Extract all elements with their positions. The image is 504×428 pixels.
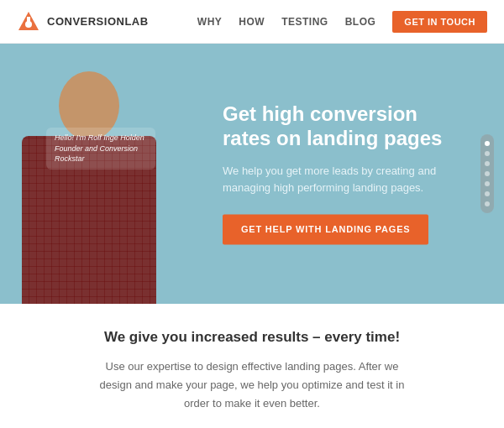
svg-point-1 (25, 21, 32, 28)
nav-item-testing[interactable]: TESTING (281, 16, 328, 28)
hero-subtitle: We help you get more leads by creating a… (223, 163, 458, 198)
hero-content: Get high conversion rates on landing pag… (223, 102, 458, 244)
header: CONVERSIONLAB WHY HOW TESTING BLOG GET I… (0, 0, 504, 44)
nav: WHY HOW TESTING BLOG GET IN TOUCH (197, 11, 487, 33)
logo-area: CONVERSIONLAB (17, 10, 149, 34)
logo-icon (17, 10, 40, 34)
scroll-dot-6[interactable] (485, 191, 490, 196)
greeting-bubble: Hello! I'm Rolf Inge Holden Founder and … (46, 128, 155, 170)
scroll-dot-7[interactable] (485, 201, 490, 206)
scroll-dot-3[interactable] (485, 161, 490, 166)
scroll-dot-2[interactable] (485, 151, 490, 156)
hero-person (0, 56, 185, 304)
scroll-dot-5[interactable] (485, 181, 490, 186)
bottom-title: We give you increased results – every ti… (50, 329, 454, 346)
hero-title: Get high conversion rates on landing pag… (223, 102, 458, 151)
hero-cta-button[interactable]: GET HELP WITH LANDING PAGES (223, 215, 428, 245)
bottom-text: Use our expertise to design effective la… (92, 358, 412, 413)
nav-item-why[interactable]: WHY (197, 16, 223, 28)
get-in-touch-button[interactable]: GET IN TOUCH (392, 11, 487, 33)
scroll-dots (480, 134, 494, 213)
logo-text: CONVERSIONLAB (47, 15, 149, 28)
scroll-dot-1[interactable] (485, 141, 490, 146)
nav-item-how[interactable]: HOW (239, 16, 265, 28)
bottom-section: We give you increased results – every ti… (0, 304, 504, 428)
svg-rect-2 (27, 17, 30, 22)
hero-section: Hello! I'm Rolf Inge Holden Founder and … (0, 44, 504, 304)
nav-item-blog[interactable]: BLOG (345, 16, 376, 28)
scroll-dot-4[interactable] (485, 171, 490, 176)
